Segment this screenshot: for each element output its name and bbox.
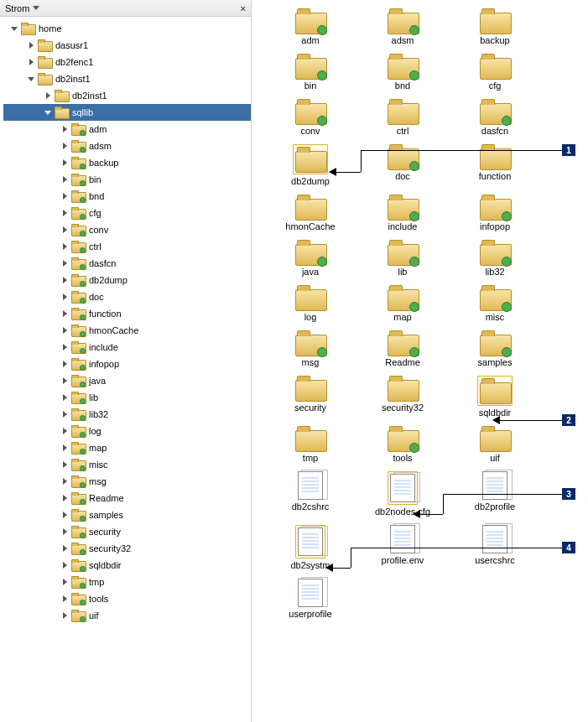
twisty-icon[interactable]: [60, 611, 69, 620]
twisty-icon[interactable]: [60, 544, 69, 553]
tree-item-home[interactable]: home: [3, 20, 251, 37]
twisty-icon[interactable]: [60, 158, 69, 167]
tree-item-bnd[interactable]: bnd: [3, 188, 251, 205]
tree-item-java[interactable]: java: [3, 372, 251, 389]
twisty-icon[interactable]: [27, 58, 35, 66]
grid-item-conv[interactable]: conv: [268, 99, 352, 136]
twisty-icon[interactable]: [60, 142, 69, 150]
grid-item-infopop[interactable]: infopop: [453, 195, 537, 231]
grid-item-log[interactable]: log: [268, 285, 352, 322]
tree-item-tools[interactable]: tools: [3, 590, 251, 607]
twisty-icon[interactable]: [60, 444, 69, 452]
grid-item-map[interactable]: map: [361, 285, 445, 322]
grid-item-tmp[interactable]: tmp: [268, 426, 352, 463]
twisty-icon[interactable]: [60, 242, 69, 251]
tree-item-db2inst1[interactable]: db2inst1: [3, 70, 251, 87]
tree-item-tmp[interactable]: tmp: [3, 574, 251, 590]
twisty-icon[interactable]: [44, 91, 52, 100]
tree-item-security[interactable]: security: [3, 523, 251, 540]
twisty-icon[interactable]: [60, 511, 69, 519]
tree-item-db2fenc1[interactable]: db2fenc1: [3, 54, 251, 70]
tree-item-hmoncache[interactable]: hmonCache: [3, 322, 251, 339]
twisty-icon[interactable]: [60, 377, 69, 385]
twisty-icon[interactable]: [60, 561, 69, 569]
grid-item-userprofile[interactable]: userprofile: [268, 579, 352, 619]
grid-item-security32[interactable]: security32: [361, 376, 445, 418]
twisty-icon[interactable]: [60, 460, 69, 469]
tree-item-conv[interactable]: conv: [3, 221, 251, 238]
grid-item-db2nodes-cfg[interactable]: db2nodes.cfg: [361, 471, 445, 517]
twisty-icon[interactable]: [27, 41, 35, 49]
twisty-icon[interactable]: [60, 226, 69, 234]
twisty-icon[interactable]: [60, 276, 69, 284]
grid-item-backup[interactable]: backup: [453, 8, 537, 45]
tree-item-dasfcn[interactable]: dasfcn: [3, 255, 251, 272]
tree-item-sqllib[interactable]: sqllib: [3, 104, 251, 121]
grid-item-hmoncache[interactable]: hmonCache: [268, 195, 352, 231]
tree-item-readme[interactable]: Readme: [3, 490, 251, 506]
grid-item-cfg[interactable]: cfg: [453, 54, 537, 91]
tree-item-infopop[interactable]: infopop: [3, 356, 251, 372]
tree-item-doc[interactable]: doc: [3, 288, 251, 305]
grid-item-db2dump[interactable]: db2dump: [268, 144, 352, 186]
grid-item-msg[interactable]: msg: [268, 330, 352, 367]
dropdown-icon[interactable]: [33, 6, 39, 10]
tree-item-uif[interactable]: uif: [3, 607, 251, 624]
twisty-icon[interactable]: [60, 578, 69, 586]
tree-item-adsm[interactable]: adsm: [3, 138, 251, 154]
twisty-icon[interactable]: [60, 477, 69, 486]
tree-scroll[interactable]: home dasusr1 db2fenc1 db2inst1 db2inst1: [0, 17, 251, 722]
twisty-icon[interactable]: [60, 309, 69, 318]
grid-item-lib32[interactable]: lib32: [453, 240, 537, 277]
twisty-icon[interactable]: [60, 192, 69, 200]
grid-item-bin[interactable]: bin: [268, 54, 352, 91]
twisty-icon[interactable]: [60, 259, 69, 268]
twisty-icon[interactable]: [44, 108, 52, 117]
twisty-icon[interactable]: [60, 427, 69, 435]
tree-item-function[interactable]: function: [3, 305, 251, 322]
grid-item-security[interactable]: security: [268, 376, 352, 418]
tree-item-db2dump[interactable]: db2dump: [3, 272, 251, 288]
twisty-icon[interactable]: [27, 75, 35, 83]
twisty-icon[interactable]: [60, 125, 69, 133]
tree-item-dasusr1[interactable]: dasusr1: [3, 37, 251, 54]
grid-item-db2systm[interactable]: db2systm: [268, 525, 352, 570]
grid-item-db2cshrc[interactable]: db2cshrc: [268, 471, 352, 517]
tree-item-sqldbdir[interactable]: sqldbdir: [3, 557, 251, 574]
tree-item-lib[interactable]: lib: [3, 389, 251, 406]
grid-item-adm[interactable]: adm: [268, 8, 352, 45]
twisty-icon[interactable]: [10, 24, 18, 33]
tree-item-lib32[interactable]: lib32: [3, 406, 251, 423]
twisty-icon[interactable]: [60, 343, 69, 351]
twisty-icon[interactable]: [60, 410, 69, 418]
grid-item-java[interactable]: java: [268, 240, 352, 277]
grid-item-bnd[interactable]: bnd: [361, 54, 445, 91]
grid-item-uif[interactable]: uif: [453, 426, 537, 463]
twisty-icon[interactable]: [60, 293, 69, 301]
tree-item-adm[interactable]: adm: [3, 121, 251, 138]
tree-item-msg[interactable]: msg: [3, 473, 251, 490]
twisty-icon[interactable]: [60, 393, 69, 402]
twisty-icon[interactable]: [60, 326, 69, 335]
tree-item-samples[interactable]: samples: [3, 506, 251, 523]
grid-item-misc[interactable]: misc: [453, 285, 537, 322]
grid-item-adsm[interactable]: adsm: [361, 8, 445, 45]
grid-item-lib[interactable]: lib: [361, 240, 445, 277]
twisty-icon[interactable]: [60, 175, 69, 184]
twisty-icon[interactable]: [60, 527, 69, 536]
tree-item-security32[interactable]: security32: [3, 540, 251, 557]
grid-item-sqldbdir[interactable]: sqldbdir: [453, 376, 537, 418]
grid-item-include[interactable]: include: [361, 195, 445, 231]
tree-item-cfg[interactable]: cfg: [3, 205, 251, 221]
grid-item-samples[interactable]: samples: [453, 330, 537, 367]
grid-item-readme[interactable]: Readme: [361, 330, 445, 367]
tree-item-misc[interactable]: misc: [3, 456, 251, 473]
tree-item-bin[interactable]: bin: [3, 171, 251, 188]
twisty-icon[interactable]: [60, 595, 69, 603]
tree-item-ctrl[interactable]: ctrl: [3, 238, 251, 255]
tree-item-log[interactable]: log: [3, 423, 251, 439]
close-icon[interactable]: ×: [241, 3, 246, 13]
twisty-icon[interactable]: [60, 209, 69, 217]
tree-item-db2inst1-nested[interactable]: db2inst1: [3, 87, 251, 104]
grid-item-ctrl[interactable]: ctrl: [361, 99, 445, 136]
